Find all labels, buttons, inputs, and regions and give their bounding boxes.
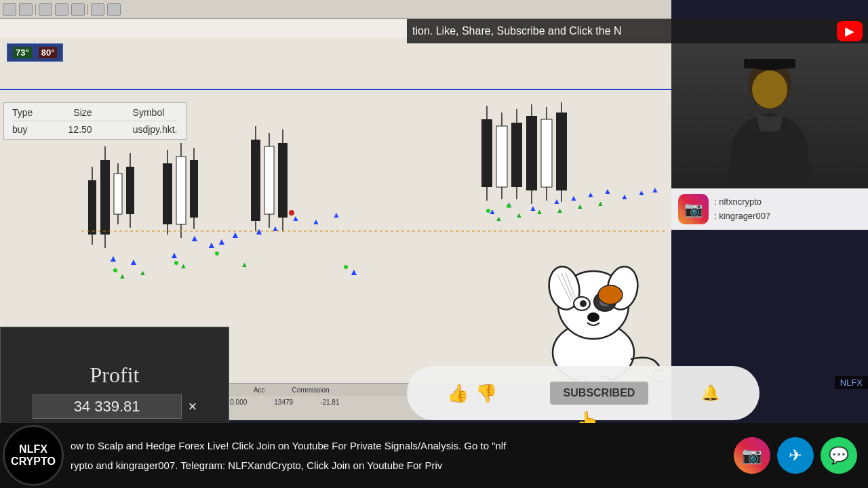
candle-4 xyxy=(126,167,134,214)
toolbar-btn-1[interactable] xyxy=(3,3,16,16)
green-arrow-8: ▲ xyxy=(556,206,564,214)
th-acc: Acc xyxy=(254,386,265,394)
profit-input-row: × xyxy=(33,394,197,419)
nlfx-logo: NLFX CRYPTO xyxy=(3,425,64,486)
td-acc: 13479 xyxy=(274,399,293,406)
svg-point-35 xyxy=(752,70,787,108)
youtube-play-icon: ▶ xyxy=(845,24,854,39)
toolbar-sep-1 xyxy=(35,4,36,15)
instagram-handle-2: : kingrager007 xyxy=(714,209,770,224)
svg-rect-34 xyxy=(744,59,795,68)
youtube-button[interactable]: ▶ xyxy=(837,21,863,41)
whatsapp-social-icon[interactable]: 💬 xyxy=(821,437,857,474)
instagram-social-icon[interactable]: 📷 xyxy=(734,437,770,474)
td-tp: 0.000 xyxy=(230,399,247,406)
trade-type-val: buy xyxy=(12,124,28,135)
nlfx-logo-text: NLFX CRYPTO xyxy=(11,443,56,467)
candle-10 xyxy=(278,143,288,218)
toolbar-btn-2[interactable] xyxy=(19,3,33,16)
arrow-18: ▲ xyxy=(570,193,578,203)
instagram-icon: 📷 xyxy=(684,201,703,218)
instagram-handles: : nlfxncrypto : kingrager007 xyxy=(714,195,770,224)
social-icons-group: 📷 ✈ 💬 xyxy=(723,437,868,474)
arrow-17: ▲ xyxy=(553,197,561,206)
trade-info-panel: Type Size Symbol buy 12.50 usdjpy.hkt. xyxy=(3,102,186,140)
toolbar-sep-2 xyxy=(87,4,88,15)
green-arrow-2: ▲ xyxy=(139,268,146,277)
candle-13 xyxy=(511,123,522,187)
arrow-5: ▲ xyxy=(207,239,216,250)
candle-5 xyxy=(163,163,172,224)
trade-header-row: Type Size Symbol xyxy=(12,107,178,121)
instagram-logo: 📷 xyxy=(678,194,709,224)
green-arrow-1: ▲ xyxy=(119,272,126,280)
status-bar: NLFX CRYPTO ow to Scalp and Hedge Forex … xyxy=(0,423,868,488)
arrow-9: ▲ xyxy=(271,224,279,233)
candle-11 xyxy=(481,119,492,187)
green-dot-6 xyxy=(507,204,511,208)
toolbar-btn-5[interactable] xyxy=(71,3,85,16)
candle-1 xyxy=(88,180,96,235)
green-arrow-9: ▲ xyxy=(576,202,584,210)
candle-15 xyxy=(541,119,552,187)
arrow-20: ▲ xyxy=(604,186,612,196)
arrow-12: ▲ xyxy=(332,210,340,220)
green-arrow-7: ▲ xyxy=(536,207,543,216)
toolbar-btn-3[interactable] xyxy=(39,3,52,16)
candle-12 xyxy=(496,126,507,187)
arrow-19: ▲ xyxy=(587,190,595,199)
temperature-widget: 73° 80° xyxy=(7,43,63,62)
svg-point-44 xyxy=(587,312,599,322)
th-commission: Commission xyxy=(292,386,330,394)
arrow-1: ▲ xyxy=(108,253,118,264)
notification-text: tion. Like, Share, Subscribe and Click t… xyxy=(412,25,622,37)
col-type-header: Type xyxy=(12,107,33,118)
thumbs-down-icon[interactable]: 👎 xyxy=(475,383,497,404)
profit-input-field[interactable] xyxy=(33,394,182,419)
arrow-6: ▲ xyxy=(217,236,226,247)
toolbar-btn-7[interactable] xyxy=(107,3,121,16)
temp-low: 73° xyxy=(13,47,32,58)
telegram-social-icon[interactable]: ✈ xyxy=(777,437,814,474)
arrow-7: ▲ xyxy=(231,229,240,240)
toolbar-btn-4[interactable] xyxy=(55,3,68,16)
subscribe-bar: 👍 👎 SUBSCRIBED 🔔 👆 xyxy=(407,366,760,420)
trade-symbol-val: usdjpy.hkt. xyxy=(133,124,178,135)
thumbs-up-icon[interactable]: 👍 xyxy=(447,383,469,404)
green-arrow-5: ▲ xyxy=(495,214,502,222)
candle-8 xyxy=(251,140,260,221)
candle-2 xyxy=(100,160,110,235)
red-dot-1 xyxy=(289,210,294,216)
instagram-info-panel: 📷 : nlfxncrypto : kingrager007 xyxy=(671,188,868,230)
candle-6 xyxy=(176,157,186,224)
vote-buttons: 👍 👎 xyxy=(447,383,497,404)
green-dot-1 xyxy=(113,268,117,272)
arrow-4: ▲ xyxy=(190,232,199,243)
candle-9 xyxy=(264,146,274,214)
price-level-line xyxy=(0,89,671,90)
green-dot-3 xyxy=(215,251,219,256)
green-dot-5 xyxy=(486,209,490,213)
instagram-handle-1: : nlfxncrypto xyxy=(714,195,770,209)
subscribed-button[interactable]: SUBSCRIBED xyxy=(550,382,649,405)
candle-16 xyxy=(556,113,567,190)
trade-size-val: 12.50 xyxy=(68,124,92,135)
green-dot-2 xyxy=(174,261,178,265)
arrow-23: ▲ xyxy=(651,185,659,195)
svg-point-41 xyxy=(580,300,587,307)
toolbar-btn-6[interactable] xyxy=(91,3,104,16)
green-arrow-4: ▲ xyxy=(241,260,248,268)
temp-high: 80° xyxy=(39,47,58,58)
toolbar xyxy=(0,0,671,19)
col-size-header: Size xyxy=(73,107,92,118)
notification-bell-icon[interactable]: 🔔 xyxy=(701,384,719,402)
webcam-feed xyxy=(671,43,868,189)
profit-close-button[interactable]: × xyxy=(189,398,197,415)
arrow-3: ▲ xyxy=(170,249,179,260)
ticker-line-1: ow to Scalp and Hedge Forex Live! Click … xyxy=(64,436,723,455)
td-commission: -21.81 xyxy=(320,399,339,406)
arrow-11: ▲ xyxy=(312,217,320,226)
ticker-line-2: rypto and kingrager007. Telegram: NLFXan… xyxy=(64,455,723,475)
arrow-2: ▲ xyxy=(129,256,138,267)
arrow-13: ▲ xyxy=(349,266,359,277)
